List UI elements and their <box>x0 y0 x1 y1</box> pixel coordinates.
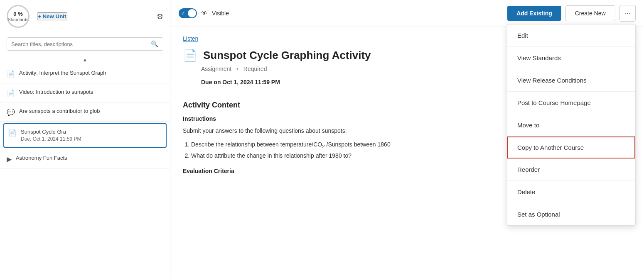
new-unit-label: + New Unit <box>38 13 66 20</box>
standards-circle: 0 % Standards <box>7 5 29 28</box>
more-options-button[interactable]: ··· <box>619 5 636 22</box>
list-item[interactable]: 📄 Video: Introduction to sunspots <box>0 83 170 102</box>
document-icon: 📄 <box>8 129 17 137</box>
app-container: 0 % Standards + New Unit ⚙ 🔍 ▲ 📄 Activit… <box>0 0 644 278</box>
toolbar-left: ✓ 👁 Visible <box>179 8 229 18</box>
dropdown-item-copy-course[interactable]: Copy to Another Course <box>507 137 635 159</box>
dropdown-item-view-release[interactable]: View Release Conditions <box>507 69 635 92</box>
set-optional-label: Set as Optional <box>517 211 560 218</box>
dropdown-item-edit[interactable]: Edit <box>507 24 635 47</box>
item-title: Are sunspots a contributor to glob <box>19 107 100 115</box>
sidebar-list: 📄 Activity: Interpret the Sunspot Graph … <box>0 64 170 278</box>
document-icon: 📄 <box>7 89 15 97</box>
dropdown-item-reorder[interactable]: Reorder <box>507 159 635 181</box>
search-box: 🔍 <box>7 37 163 51</box>
edit-label: Edit <box>517 32 528 39</box>
create-new-button[interactable]: Create New <box>565 5 615 21</box>
list-item-active[interactable]: 📄 Sunspot Cycle Gra Due: Oct 1, 2024 11:… <box>3 123 167 148</box>
item-title: Video: Introduction to sunspots <box>19 88 93 96</box>
search-area: 🔍 <box>0 33 170 55</box>
eye-icon: 👁 <box>201 10 208 17</box>
move-to-label: Move to <box>517 122 539 129</box>
dropdown-item-delete[interactable]: Delete <box>507 181 635 203</box>
list-item[interactable]: ▶ Astronomy Fun Facts <box>0 149 170 168</box>
reorder-label: Reorder <box>517 166 540 173</box>
assignment-required: Required <box>243 66 267 72</box>
main-content: ✓ 👁 Visible Add Existing Create New ··· … <box>170 0 644 278</box>
item-title: Activity: Interpret the Sunspot Graph <box>19 69 106 77</box>
view-standards-label: View Standards <box>517 54 561 61</box>
assignment-icon: 📄 <box>183 49 197 62</box>
standards-label: Standards <box>7 17 28 22</box>
toggle-thumb <box>188 9 196 17</box>
gear-icon[interactable]: ⚙ <box>157 12 163 21</box>
dropdown-item-post-homepage[interactable]: Post to Course Homepage <box>507 92 635 114</box>
list-item[interactable]: 💬 Are sunspots a contributor to glob <box>0 102 170 122</box>
play-icon: ▶ <box>7 155 12 163</box>
document-icon: 📄 <box>7 70 15 78</box>
dropdown-item-view-standards[interactable]: View Standards <box>507 47 635 69</box>
standards-percent: 0 % <box>13 11 22 17</box>
post-homepage-label: Post to Course Homepage <box>517 99 591 106</box>
scroll-up-indicator: ▲ <box>0 55 170 64</box>
sidebar: 0 % Standards + New Unit ⚙ 🔍 ▲ 📄 Activit… <box>0 0 170 278</box>
toolbar-right: Add Existing Create New ··· <box>507 5 636 22</box>
visible-label: Visible <box>212 10 229 17</box>
assignment-title: Sunspot Cycle Graphing Activity <box>203 49 371 62</box>
delete-label: Delete <box>517 188 535 195</box>
copy-course-label: Copy to Another Course <box>517 144 584 151</box>
main-toolbar: ✓ 👁 Visible Add Existing Create New ··· <box>170 0 644 27</box>
chat-icon: 💬 <box>7 108 15 116</box>
view-release-label: View Release Conditions <box>517 77 587 84</box>
list-item[interactable]: 📄 Activity: Interpret the Sunspot Graph <box>0 64 170 83</box>
search-icon[interactable]: 🔍 <box>151 40 159 48</box>
new-unit-button[interactable]: + New Unit <box>37 12 67 20</box>
check-icon: ✓ <box>181 10 185 16</box>
assignment-type: Assignment <box>201 66 231 72</box>
dropdown-item-set-optional[interactable]: Set as Optional <box>507 203 635 225</box>
search-input[interactable] <box>11 41 147 47</box>
add-existing-button[interactable]: Add Existing <box>507 6 561 21</box>
sidebar-header: 0 % Standards + New Unit ⚙ <box>0 0 170 33</box>
item-title: Sunspot Cycle Gra <box>21 128 81 136</box>
item-title: Astronomy Fun Facts <box>16 154 67 162</box>
visibility-toggle[interactable]: ✓ <box>179 8 197 18</box>
dropdown-menu: Edit View Standards View Release Conditi… <box>507 24 636 226</box>
dropdown-item-move-to[interactable]: Move to <box>507 114 635 137</box>
item-subtitle: Due: Oct 1, 2024 11:59 PM <box>21 136 81 143</box>
toggle-track: ✓ <box>179 8 197 18</box>
